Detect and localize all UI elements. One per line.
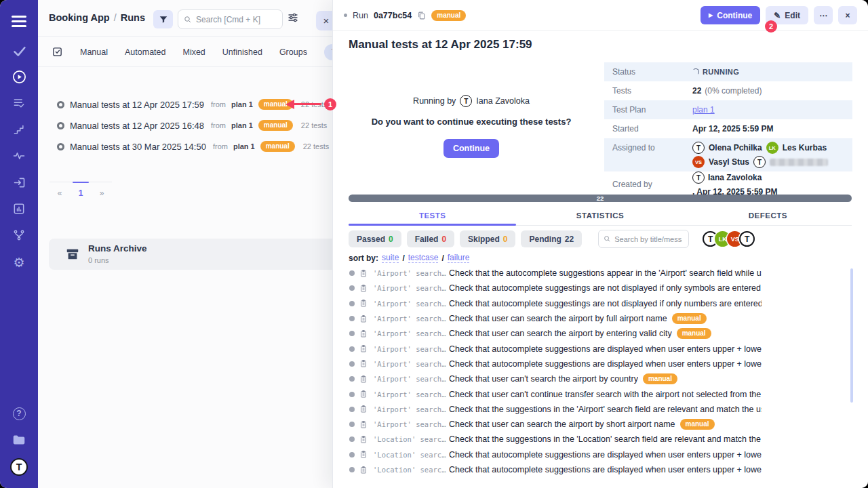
tab-mixed[interactable]: Mixed	[182, 47, 205, 57]
test-title: Check that the suggestions in the 'Locat…	[449, 434, 762, 444]
test-row[interactable]: 'Airport' search…Check that autocomplete…	[349, 296, 762, 311]
assignee-avatar-stack[interactable]: T LK VS T	[703, 231, 755, 247]
clipboard-icon	[359, 329, 368, 338]
run-detail-tabs: TESTS STATISTICS DEFECTS	[349, 205, 852, 226]
test-suite: 'Airport' search…	[373, 375, 449, 383]
runs-filter-tabs: Manual Automated Mixed Unfinished Groups…	[38, 37, 332, 67]
run-list-item[interactable]: Manual tests at 30 Mar 2025 14:50 from p…	[38, 138, 329, 155]
sidebar-item-projects[interactable]	[0, 428, 38, 451]
started-value: Apr 12, 2025 5:59 PM	[692, 124, 773, 134]
continue-button[interactable]: ▶Continue	[701, 6, 760, 24]
tab-groups[interactable]: Groups	[279, 47, 307, 57]
creator-avatar: T	[692, 171, 705, 184]
test-row[interactable]: 'Airport' search…Check that autocomplete…	[349, 341, 762, 356]
tab-manual[interactable]: Manual	[80, 47, 108, 57]
filter-passed[interactable]: Passed0	[349, 230, 401, 247]
close-panel-button[interactable]: ×	[316, 11, 332, 30]
runs-search-input[interactable]	[196, 15, 271, 24]
test-title: Check that the suggestions in the 'Airpo…	[449, 405, 762, 414]
play-icon: ▶	[709, 12, 713, 18]
sidebar-item-traceability[interactable]	[0, 224, 38, 247]
tab-unfinished[interactable]: Unfinished	[222, 47, 262, 57]
sidebar-item-settings[interactable]: ⚙	[0, 251, 38, 274]
filter-button[interactable]	[153, 10, 173, 28]
run-list-item[interactable]: Manual tests at 12 Apr 2025 16:48 from p…	[38, 117, 327, 134]
close-drawer-button[interactable]: ×	[838, 6, 857, 24]
sort-by-testcase[interactable]: testcase	[408, 253, 439, 263]
sidebar-item-tests[interactable]	[0, 39, 38, 62]
user-avatar[interactable]: T	[0, 455, 38, 479]
tab-to-review[interactable]: To Review	[324, 44, 332, 60]
pagination-prev[interactable]: «	[50, 188, 70, 198]
test-title: Check that user can't continue transfer …	[449, 390, 762, 399]
run-title: Manual tests at 30 Mar 2025 14:50	[70, 142, 206, 152]
test-row[interactable]: 'Airport' search…Check that user can sea…	[349, 326, 762, 341]
breadcrumb: Booking App / Runs	[49, 12, 145, 23]
archive-icon	[65, 247, 80, 262]
archive-count: 0 runs	[88, 256, 109, 264]
test-filters-row: Passed0 Failed0 Skipped0 Pending22 T LK …	[349, 230, 755, 248]
pagination-next[interactable]: »	[92, 188, 112, 198]
run-detail-panel: Run 0a77bc54 manual ▶Continue ✎Edit ⋯ × …	[332, 0, 868, 488]
runs-search	[178, 9, 283, 29]
continue-run-button[interactable]: Continue	[443, 139, 499, 158]
app-window: ⚙ ? T Booking App / Runs × Manual Automa…	[0, 0, 868, 488]
tab-defects[interactable]: DEFECTS	[684, 205, 852, 225]
pagination-page-1[interactable]: 1	[71, 188, 91, 198]
copy-icon[interactable]	[417, 11, 426, 20]
filter-pending[interactable]: Pending22	[521, 230, 582, 247]
sidebar-item-runs[interactable]	[0, 65, 38, 88]
scrollbar[interactable]	[850, 268, 853, 403]
test-row[interactable]: 'Airport' search…Check that the autocomp…	[349, 266, 762, 281]
test-row[interactable]: 'Airport' search…Check that user can't s…	[349, 371, 762, 386]
archive-title: Runs Archive	[88, 243, 147, 253]
assignee-name: Les Kurbas	[783, 143, 827, 152]
spinner-icon	[692, 68, 699, 75]
test-title: Check that user can search the airport b…	[449, 314, 667, 323]
sort-by-suite[interactable]: suite	[382, 253, 399, 263]
test-row[interactable]: 'Location' searc…Check that autocomplete…	[349, 462, 762, 477]
breadcrumb-app[interactable]: Booking App	[49, 12, 110, 23]
run-list-item[interactable]: Manual tests at 12 Apr 2025 17:59 from p…	[38, 96, 327, 113]
sidebar-item-review[interactable]	[0, 92, 38, 115]
select-all-icon[interactable]	[52, 46, 63, 58]
runs-archive-row[interactable]: Runs Archive 0 runs	[49, 239, 332, 270]
test-row[interactable]: 'Airport' search…Check that user can sea…	[349, 417, 762, 432]
sidebar-item-milestones[interactable]	[0, 118, 38, 141]
run-info-table: Status RUNNING Tests 22(0% completed) Te…	[604, 62, 852, 197]
test-suite: 'Airport' search…	[373, 405, 449, 413]
run-plan: plan 1	[231, 100, 253, 108]
adjustments-icon[interactable]	[288, 12, 298, 26]
import-icon	[12, 176, 26, 190]
test-row[interactable]: 'Location' searc…Check that the suggesti…	[349, 432, 762, 447]
sidebar-item-activity[interactable]	[0, 144, 38, 167]
test-row[interactable]: 'Airport' search…Check that autocomplete…	[349, 357, 762, 371]
menu-icon[interactable]	[0, 9, 38, 33]
tab-tests[interactable]: TESTS	[349, 205, 516, 225]
run-from-label: from	[211, 121, 226, 129]
sidebar-item-import[interactable]	[0, 171, 38, 194]
tab-automated[interactable]: Automated	[125, 47, 165, 57]
test-title: Check that autocomplete suggestions are …	[449, 344, 762, 354]
more-button[interactable]: ⋯	[814, 6, 833, 24]
test-title: Check that autocomplete suggestions are …	[449, 465, 762, 474]
test-row[interactable]: 'Airport' search…Check that user can't c…	[349, 386, 762, 401]
sidebar-item-help[interactable]: ?	[0, 402, 38, 425]
tests-search-input[interactable]	[614, 235, 682, 243]
assignee-name: Olena Pchilka	[709, 143, 762, 152]
test-row[interactable]: 'Location' searc…Check that autocomplete…	[349, 447, 762, 462]
test-row[interactable]: 'Airport' search…Check that the suggesti…	[349, 402, 762, 417]
test-row[interactable]: 'Airport' search…Check that autocomplete…	[349, 281, 762, 296]
sidebar-item-reports[interactable]	[0, 197, 38, 220]
filter-failed[interactable]: Failed0	[407, 230, 454, 247]
test-plan-link[interactable]: plan 1	[692, 105, 715, 115]
sort-label: sort by:	[349, 253, 378, 263]
filter-skipped[interactable]: Skipped0	[460, 230, 515, 247]
sort-by-failure[interactable]: failure	[448, 253, 470, 263]
test-title: Check that the autocomplete suggestions …	[449, 268, 762, 278]
test-suite: 'Airport' search…	[373, 360, 449, 368]
test-suite: 'Airport' search…	[373, 300, 449, 308]
test-status-dot	[349, 361, 355, 367]
test-row[interactable]: 'Airport' search…Check that user can sea…	[349, 311, 762, 326]
tab-statistics[interactable]: STATISTICS	[516, 205, 684, 225]
